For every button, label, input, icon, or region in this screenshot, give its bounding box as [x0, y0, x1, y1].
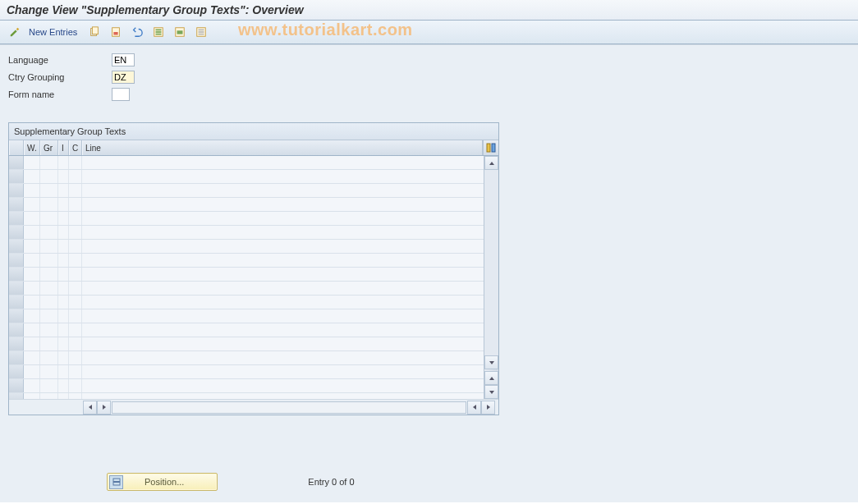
table-cell[interactable]	[40, 268, 58, 281]
table-cell[interactable]	[40, 393, 58, 399]
table-cell[interactable]	[82, 337, 498, 351]
table-row[interactable]	[9, 156, 498, 170]
column-header-c[interactable]: C	[69, 140, 82, 155]
row-selector-header[interactable]	[9, 140, 24, 155]
table-cell[interactable]	[24, 337, 40, 351]
table-cell[interactable]	[69, 254, 82, 267]
table-cell[interactable]	[69, 212, 82, 225]
table-cell[interactable]	[69, 296, 82, 309]
table-cell[interactable]	[24, 240, 40, 253]
table-cell[interactable]	[69, 156, 82, 169]
table-cell[interactable]	[82, 268, 498, 281]
table-cell[interactable]	[69, 351, 82, 364]
table-row[interactable]	[9, 184, 498, 198]
table-row[interactable]	[9, 393, 498, 399]
table-cell[interactable]	[9, 184, 24, 197]
table-cell[interactable]	[58, 351, 69, 364]
column-header-line[interactable]: Line	[82, 140, 483, 155]
table-cell[interactable]	[40, 254, 58, 267]
table-cell[interactable]	[9, 198, 24, 211]
table-cell[interactable]	[58, 254, 69, 267]
table-cell[interactable]	[82, 365, 498, 378]
table-cell[interactable]	[40, 240, 58, 253]
table-cell[interactable]	[82, 156, 498, 169]
table-cell[interactable]	[58, 212, 69, 225]
table-cell[interactable]	[40, 309, 58, 323]
table-cell[interactable]	[24, 379, 40, 392]
table-row[interactable]	[9, 365, 498, 379]
table-row[interactable]	[9, 212, 498, 226]
table-cell[interactable]	[24, 309, 40, 323]
scroll-track-h[interactable]	[112, 401, 466, 414]
table-cell[interactable]	[40, 282, 58, 295]
table-cell[interactable]	[82, 323, 498, 337]
table-cell[interactable]	[40, 296, 58, 309]
table-cell[interactable]	[58, 268, 69, 281]
table-cell[interactable]	[69, 323, 82, 337]
table-cell[interactable]	[9, 240, 24, 253]
table-row[interactable]	[9, 226, 498, 240]
scroll-left-icon[interactable]	[83, 401, 97, 415]
table-cell[interactable]	[69, 379, 82, 392]
table-cell[interactable]	[9, 393, 24, 399]
table-cell[interactable]	[69, 226, 82, 239]
table-cell[interactable]	[24, 268, 40, 281]
new-entries-button[interactable]: New Entries	[26, 24, 83, 40]
table-cell[interactable]	[82, 254, 498, 267]
table-row[interactable]	[9, 379, 498, 393]
table-cell[interactable]	[24, 254, 40, 267]
table-cell[interactable]	[9, 323, 24, 337]
table-cell[interactable]	[9, 337, 24, 351]
table-cell[interactable]	[58, 365, 69, 378]
table-row[interactable]	[9, 268, 498, 282]
table-cell[interactable]	[24, 365, 40, 378]
table-cell[interactable]	[9, 268, 24, 281]
table-cell[interactable]	[58, 379, 69, 392]
table-cell[interactable]	[82, 309, 498, 323]
undo-icon[interactable]	[127, 24, 147, 40]
deselect-all-icon[interactable]	[191, 24, 211, 40]
configure-columns-icon[interactable]	[483, 140, 498, 155]
vertical-scrollbar[interactable]	[484, 156, 498, 399]
ctry-grouping-input[interactable]	[112, 71, 135, 84]
table-cell[interactable]	[58, 393, 69, 399]
table-cell[interactable]	[24, 393, 40, 399]
table-row[interactable]	[9, 170, 498, 184]
column-header-w[interactable]: W.	[24, 140, 40, 155]
table-row[interactable]	[9, 254, 498, 268]
table-cell[interactable]	[69, 170, 82, 183]
table-cell[interactable]	[58, 184, 69, 197]
table-cell[interactable]	[24, 212, 40, 225]
table-row[interactable]	[9, 337, 498, 351]
copy-icon[interactable]	[85, 24, 104, 40]
table-cell[interactable]	[82, 170, 498, 183]
column-header-gr[interactable]: Gr	[40, 140, 58, 155]
table-cell[interactable]	[82, 351, 498, 364]
table-row[interactable]	[9, 351, 498, 365]
table-cell[interactable]	[82, 212, 498, 225]
table-cell[interactable]	[82, 226, 498, 239]
scroll-right-icon[interactable]	[97, 401, 111, 415]
scroll-up2-icon[interactable]	[484, 371, 498, 385]
table-cell[interactable]	[58, 282, 69, 295]
horizontal-scrollbar[interactable]	[83, 401, 495, 414]
table-cell[interactable]	[24, 323, 40, 337]
table-cell[interactable]	[69, 337, 82, 351]
table-cell[interactable]	[58, 296, 69, 309]
scroll-track-v[interactable]	[484, 170, 498, 355]
table-cell[interactable]	[82, 198, 498, 211]
table-cell[interactable]	[9, 296, 24, 309]
scroll-down-icon[interactable]	[484, 355, 498, 369]
table-row[interactable]	[9, 323, 498, 337]
table-cell[interactable]	[69, 198, 82, 211]
table-cell[interactable]	[58, 323, 69, 337]
toggle-change-icon[interactable]	[5, 24, 25, 40]
scroll-right2-icon[interactable]	[481, 401, 495, 415]
table-cell[interactable]	[69, 365, 82, 378]
table-cell[interactable]	[24, 282, 40, 295]
form-name-input[interactable]	[112, 88, 130, 101]
column-header-i[interactable]: I	[58, 140, 69, 155]
table-cell[interactable]	[82, 282, 498, 295]
table-cell[interactable]	[40, 379, 58, 392]
table-cell[interactable]	[40, 323, 58, 337]
